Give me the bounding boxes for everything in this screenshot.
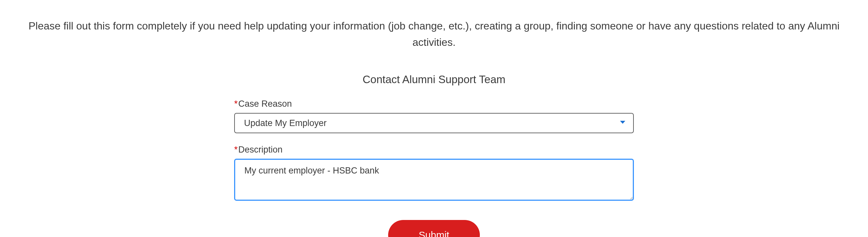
case-reason-select[interactable]: Update My Employer [234, 113, 634, 133]
description-textarea[interactable]: My current employer - HSBC bank [234, 159, 634, 201]
required-mark: * [234, 99, 238, 109]
submit-row: Submit [234, 220, 634, 237]
intro-text: Please fill out this form completely if … [11, 18, 857, 50]
required-mark: * [234, 145, 238, 155]
case-reason-select-wrapper: Update My Employer [234, 113, 634, 133]
case-reason-group: *Case Reason Update My Employer [234, 99, 634, 133]
description-label: *Description [234, 145, 634, 155]
contact-form: *Case Reason Update My Employer *Descrip… [234, 99, 634, 237]
case-reason-label-text: Case Reason [239, 99, 292, 109]
submit-button[interactable]: Submit [388, 220, 480, 237]
form-title: Contact Alumni Support Team [363, 73, 505, 86]
case-reason-label: *Case Reason [234, 99, 634, 109]
description-label-text: Description [239, 145, 283, 155]
form-container: Please fill out this form completely if … [0, 0, 868, 237]
case-reason-value: Update My Employer [244, 118, 327, 128]
description-group: *Description My current employer - HSBC … [234, 145, 634, 202]
